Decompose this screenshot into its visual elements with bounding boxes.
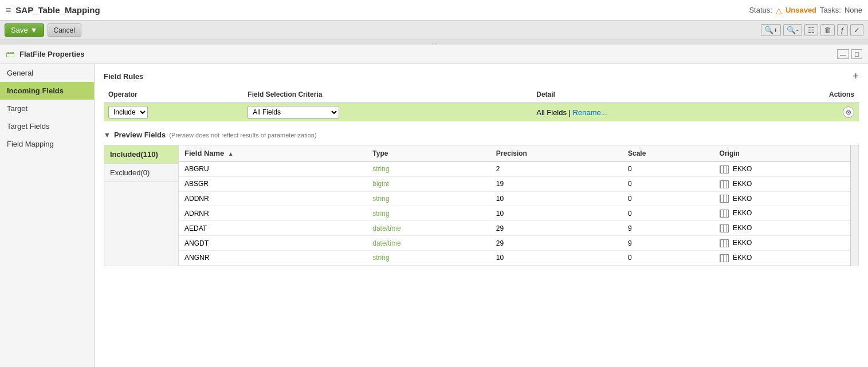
- rule-field-selection-cell: All Fields: [243, 102, 532, 121]
- origin-table-icon: [720, 239, 729, 247]
- field-rules-header: Field Rules +: [104, 71, 859, 81]
- preview-note: (Preview does not reflect results of par…: [169, 132, 316, 139]
- app-title: SAP_Table_Mapping: [15, 5, 100, 15]
- type-cell: string: [367, 250, 490, 265]
- table-row: ADRNR string 10 0 EKKO: [179, 206, 850, 221]
- toolbar-right: 🔍+ 🔍- ☷ 🗑 ƒ ✓: [761, 24, 863, 36]
- toolbar: Save ▼ Cancel 🔍+ 🔍- ☷ 🗑 ƒ ✓: [0, 21, 868, 40]
- operator-select[interactable]: Include: [108, 106, 148, 119]
- col-precision: Precision: [490, 145, 622, 161]
- precision-cell: 19: [490, 176, 622, 191]
- save-label: Save: [11, 26, 28, 34]
- scale-cell: 0: [622, 206, 714, 221]
- origin-cell: EKKO: [714, 250, 850, 265]
- rename-link[interactable]: Rename...: [573, 108, 607, 117]
- field-name-cell: AEDAT: [179, 221, 367, 236]
- preview-table-container: Field Name ▲ Type Precision Scale Origin…: [179, 145, 850, 266]
- save-button[interactable]: Save ▼: [5, 23, 44, 37]
- col-field-name: Field Name ▲: [179, 145, 367, 161]
- preview-title: Preview Fields: [114, 131, 166, 139]
- col-origin: Origin: [714, 145, 850, 161]
- check-button[interactable]: ✓: [850, 24, 863, 36]
- preview-tab-included[interactable]: Included(110): [104, 145, 178, 164]
- field-name-cell: ABGRU: [179, 161, 367, 176]
- field-name-cell: ADRNR: [179, 206, 367, 221]
- top-bar: ≡ SAP_Table_Mapping Status: △ Unsaved Ta…: [0, 0, 868, 21]
- scale-cell: 0: [622, 250, 714, 265]
- field-selection-select[interactable]: All Fields: [248, 106, 339, 119]
- panel-header: 🗃 FlatFile Properties — ◻: [0, 45, 868, 64]
- top-bar-left: ≡ SAP_Table_Mapping: [6, 5, 100, 15]
- type-cell: string: [367, 191, 490, 206]
- preview-toggle[interactable]: ▼: [104, 131, 111, 139]
- preview-tab-excluded[interactable]: Excluded(0): [104, 164, 178, 182]
- preview-tabs: Included(110) Excluded(0): [104, 145, 179, 266]
- sidebar-item-field-mapping[interactable]: Field Mapping: [0, 135, 94, 153]
- sidebar-item-target[interactable]: Target: [0, 100, 94, 117]
- origin-cell: EKKO: [714, 161, 850, 176]
- origin-cell: EKKO: [714, 176, 850, 191]
- save-dropdown-arrow[interactable]: ▼: [30, 26, 38, 34]
- origin-cell: EKKO: [714, 206, 850, 221]
- status-value: Unsaved: [785, 6, 816, 14]
- col-actions: Actions: [760, 87, 859, 102]
- app-icon: ≡: [6, 5, 11, 15]
- type-cell: bigint: [367, 176, 490, 191]
- panel-title: FlatFile Properties: [19, 50, 84, 58]
- top-bar-status: Status: △ Unsaved Tasks: None: [749, 6, 862, 15]
- warning-icon: △: [776, 6, 782, 15]
- zoom-out-button[interactable]: 🔍-: [783, 24, 802, 36]
- table-row: ANGNR string 10 0 EKKO: [179, 250, 850, 265]
- type-cell: string: [367, 206, 490, 221]
- formula-button[interactable]: ƒ: [837, 24, 848, 36]
- preview-layout: Included(110) Excluded(0) Field Name ▲: [104, 145, 859, 266]
- zoom-in-button[interactable]: 🔍+: [761, 24, 781, 36]
- detail-text: All Fields |: [536, 108, 572, 117]
- panel-controls: — ◻: [837, 49, 862, 59]
- scale-cell: 0: [622, 191, 714, 206]
- main-layout: General Incoming Fields Target Target Fi…: [0, 64, 868, 367]
- precision-cell: 2: [490, 161, 622, 176]
- sidebar-item-general[interactable]: General: [0, 64, 94, 82]
- flatfile-icon: 🗃: [6, 49, 15, 60]
- table-row: ANGDT date/time 29 9 EKKO: [179, 236, 850, 251]
- field-name-cell: ABSGR: [179, 176, 367, 191]
- delete-button[interactable]: 🗑: [820, 24, 835, 36]
- minimize-button[interactable]: —: [837, 49, 849, 59]
- sidebar-item-incoming-fields[interactable]: Incoming Fields: [0, 82, 94, 100]
- grid-button[interactable]: ☷: [804, 24, 818, 36]
- add-rule-button[interactable]: +: [853, 71, 859, 81]
- origin-table-icon: [720, 195, 729, 203]
- tasks-value: None: [845, 6, 862, 14]
- precision-cell: 10: [490, 250, 622, 265]
- restore-button[interactable]: ◻: [851, 49, 862, 59]
- type-cell: string: [367, 161, 490, 176]
- precision-cell: 10: [490, 206, 622, 221]
- sort-icon[interactable]: ▲: [228, 151, 234, 157]
- precision-cell: 10: [490, 191, 622, 206]
- origin-table-icon: [720, 210, 729, 218]
- preview-header: ▼ Preview Fields (Preview does not refle…: [104, 131, 859, 139]
- cancel-button[interactable]: Cancel: [48, 23, 81, 37]
- field-name-cell: ANGNR: [179, 250, 367, 265]
- table-row: ADDNR string 10 0 EKKO: [179, 191, 850, 206]
- table-row: ABSGR bigint 19 0 EKKO: [179, 176, 850, 191]
- rule-operator-cell: Include: [104, 102, 243, 121]
- table-scrollbar[interactable]: [850, 145, 858, 266]
- rule-actions-cell: ⊗: [760, 102, 859, 121]
- resize-handle[interactable]: …: [0, 40, 868, 45]
- scale-cell: 9: [622, 221, 714, 236]
- rules-table-header: Operator Field Selection Criteria Detail…: [104, 87, 859, 102]
- rule-action-icon[interactable]: ⊗: [843, 106, 854, 118]
- content-area: Field Rules + Operator Field Selection C…: [95, 64, 868, 367]
- field-name-cell: ADDNR: [179, 191, 367, 206]
- type-cell: date/time: [367, 236, 490, 251]
- status-label: Status:: [749, 6, 772, 14]
- preview-table-header: Field Name ▲ Type Precision Scale Origin: [179, 145, 850, 161]
- rules-table: Operator Field Selection Criteria Detail…: [104, 87, 859, 121]
- precision-cell: 29: [490, 221, 622, 236]
- scale-cell: 0: [622, 161, 714, 176]
- sidebar: General Incoming Fields Target Target Fi…: [0, 64, 95, 367]
- tasks-label: Tasks:: [820, 6, 841, 14]
- sidebar-item-target-fields[interactable]: Target Fields: [0, 117, 94, 135]
